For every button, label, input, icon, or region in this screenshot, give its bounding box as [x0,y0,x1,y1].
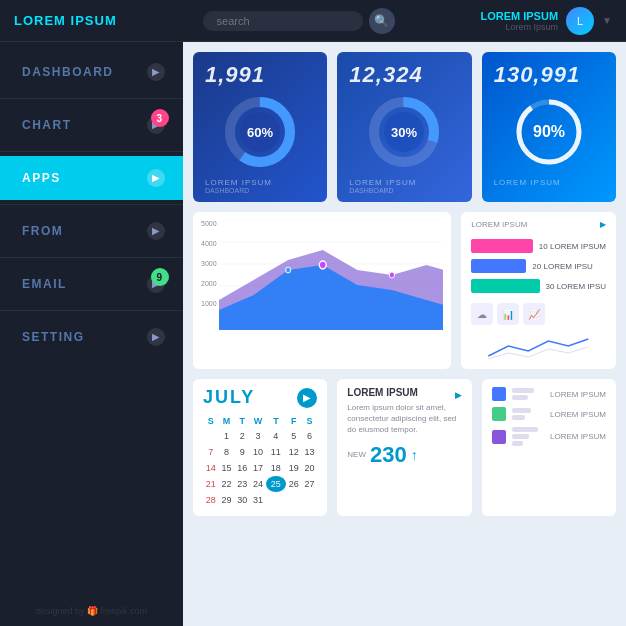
cal-header-sat: S [302,414,318,428]
donut-1: 60% [220,92,300,176]
item-label-3: LOREM IPSUM [550,432,606,441]
cal-header-sun: S [203,414,219,428]
header-username: LOREM IPSUM Lorem Ipsum [480,10,558,32]
area-chart-card: 5000 4000 3000 2000 1000 [193,212,451,369]
stat-card-2: 12,324 30% LOREM IPSUM DASHBOARD [337,52,471,202]
svg-text:60%: 60% [247,125,273,140]
sidebar-item-email[interactable]: EMAIL ▶ 9 [0,262,183,306]
legend-card: LOREM IPSUM ▶ 10 LOREM IPSUM 20 LOREM IP… [461,212,616,369]
svg-point-17 [319,261,326,269]
legend-item-3: 30 LOREM IPSU [471,279,606,293]
svg-text:90%: 90% [533,123,565,140]
stats-row: 1,991 60% LOREM IPSUM DASHBOARD 12,324 [193,52,616,202]
svg-text:30%: 30% [391,125,417,140]
chart-row: 5000 4000 3000 2000 1000 [193,212,616,369]
item-line [512,427,538,432]
item-lines-2 [512,408,544,420]
cal-week-5: 28 29 30 31 [203,492,317,508]
item-lines-1 [512,388,544,400]
chart-badge: 3 [151,109,169,127]
item-lines-3 [512,427,544,446]
search-input[interactable] [203,11,363,31]
chart-y-labels: 5000 4000 3000 2000 1000 [201,220,219,320]
cal-week-2: 7 8 9 10 11 12 13 [203,444,317,460]
item-line [512,388,535,393]
sidebar-footer: designed by 🎁 freepik.com [0,596,183,626]
item-color-2 [492,407,506,421]
legend-nav[interactable]: ▶ [600,220,606,229]
divider [0,98,183,99]
divider [0,204,183,205]
area-chart-svg [219,220,444,330]
item-color-3 [492,430,506,444]
info-nav[interactable]: ▶ [455,390,462,400]
info-card: LOREM IPSUM ▶ Lorem ipsum dolor sit amet… [337,379,471,516]
chevron-icon: ▶ [147,63,165,81]
stat-label-3: LOREM IPSUM [494,178,561,187]
stat-card-3: 130,991 90% LOREM IPSUM [482,52,616,202]
sidebar-item-dashboard[interactable]: DASHBOARD ▶ [0,50,183,94]
cal-header-fri: F [286,414,302,428]
cal-header-mon: M [219,414,235,428]
mini-chart [471,331,606,361]
search-button[interactable]: 🔍 [369,8,395,34]
chart-icon: 📊 [497,303,519,325]
calendar-table: S M T W T F S 1 2 [203,414,317,508]
chevron-icon: ▶ [147,169,165,187]
chevron-icon: ▶ [147,222,165,240]
info-text: Lorem ipsum dolor sit amet, consectetur … [347,402,461,436]
counter-arrow-icon: ↑ [411,447,418,463]
stat-number-2: 12,324 [349,62,422,88]
month-title: JULY [203,387,255,408]
items-card: LOREM IPSUM LOREM IPSUM [482,379,616,516]
item-line [512,415,525,420]
item-line [512,395,528,400]
stat-number-3: 130,991 [494,62,581,88]
list-item-1: LOREM IPSUM [492,387,606,401]
legend-item-1: 10 LOREM IPSUM [471,239,606,253]
legend-icons: ☁ 📊 📈 [471,303,606,325]
cal-header-tue: T [234,414,250,428]
line-icon: 📈 [523,303,545,325]
list-item-2: LOREM IPSUM [492,407,606,421]
avatar-dropdown[interactable]: ▼ [602,15,612,26]
sidebar-item-apps[interactable]: APPS ▶ [0,156,183,200]
legend-bar-1 [471,239,533,253]
main-content: 1,991 60% LOREM IPSUM DASHBOARD 12,324 [183,42,626,626]
cal-week-1: 1 2 3 4 5 6 [203,428,317,444]
sidebar: DASHBOARD ▶ CHART ▶ 3 APPS ▶ FROM ▶ EMAI… [0,42,183,626]
calendar-nav-button[interactable]: ▶ [297,388,317,408]
donut-2: 30% [364,92,444,176]
svg-point-18 [285,267,290,273]
avatar: L [566,7,594,35]
calendar-card: JULY ▶ S M T W T F S [193,379,327,516]
chart-wrapper: 5000 4000 3000 2000 1000 [201,220,443,330]
email-badge: 9 [151,268,169,286]
cal-header-wed: W [250,414,266,428]
stat-number-1: 1,991 [205,62,265,88]
chevron-icon: ▶ [147,328,165,346]
cal-week-4: 21 22 23 24 25 26 27 [203,476,317,492]
list-item-3: LOREM IPSUM [492,427,606,446]
divider [0,257,183,258]
divider [0,310,183,311]
sidebar-item-setting[interactable]: SETTING ▶ [0,315,183,359]
sidebar-item-chart[interactable]: CHART ▶ 3 [0,103,183,147]
cal-header-thu: T [266,414,286,428]
item-label-2: LOREM IPSUM [550,410,606,419]
layout: DASHBOARD ▶ CHART ▶ 3 APPS ▶ FROM ▶ EMAI… [0,42,626,626]
item-label-1: LOREM IPSUM [550,390,606,399]
svg-point-19 [389,272,394,278]
legend-bar-2 [471,259,526,273]
calendar-header: JULY ▶ [203,387,317,408]
sidebar-item-from[interactable]: FROM ▶ [0,209,183,253]
info-counter: NEW 230 ↑ [347,442,461,468]
counter-number: 230 [370,442,407,468]
stat-sublabel-1: DASHBOARD [205,187,249,194]
cal-week-3: 14 15 16 17 18 19 20 [203,460,317,476]
header: LOREM IPSUM 🔍 LOREM IPSUM Lorem Ipsum L … [0,0,626,42]
info-title: LOREM IPSUM [347,387,418,398]
item-line [512,434,530,439]
cloud-icon: ☁ [471,303,493,325]
donut-3: 90% [509,92,589,176]
